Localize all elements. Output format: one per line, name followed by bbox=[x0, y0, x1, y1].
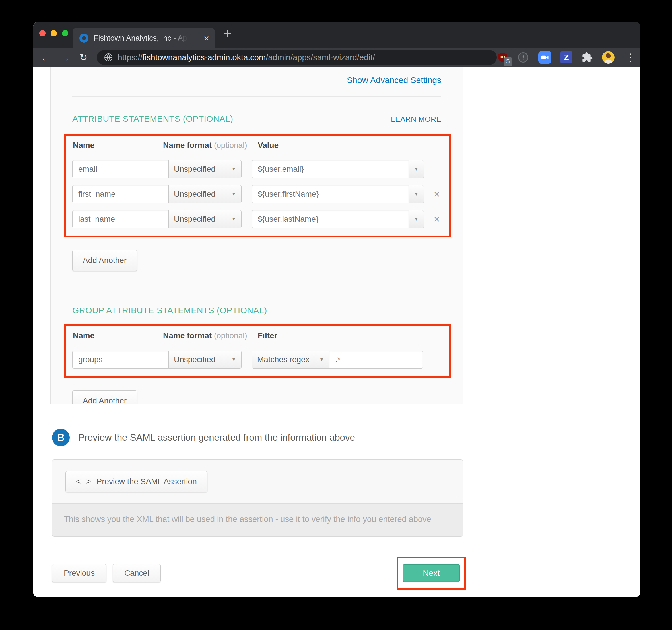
browser-menu-icon[interactable]: ⋮ bbox=[625, 52, 635, 62]
group-attribute-statements-title: GROUP ATTRIBUTE STATEMENTS (OPTIONAL) bbox=[72, 306, 267, 315]
onepassword-extension-icon[interactable] bbox=[517, 51, 529, 64]
zoom-extension-icon[interactable] bbox=[538, 51, 551, 64]
url-text: https://fishtownanalytics-admin.okta.com… bbox=[118, 53, 375, 62]
name-format-select[interactable]: Unspecified ▼ bbox=[168, 160, 242, 178]
chevron-down-icon: ▼ bbox=[231, 216, 236, 222]
filter-type-select[interactable]: Matches regex ▼ bbox=[252, 351, 330, 369]
preview-saml-assertion-button[interactable]: < >Preview the SAML Assertion bbox=[66, 471, 208, 492]
chevron-down-icon: ▼ bbox=[231, 191, 236, 197]
chevron-down-icon: ▼ bbox=[414, 191, 419, 197]
attribute-row-first-name: Unspecified ▼ ▼ × bbox=[72, 185, 449, 203]
attribute-value-input[interactable] bbox=[252, 185, 409, 203]
attribute-name-input[interactable] bbox=[72, 160, 169, 178]
next-button-annotation-box: Next bbox=[397, 557, 466, 589]
preview-saml-box: < >Preview the SAML Assertion This shows… bbox=[52, 459, 463, 537]
code-brackets-icon: < > bbox=[76, 477, 93, 486]
column-header-value: Value bbox=[258, 141, 279, 150]
attribute-value-input[interactable] bbox=[252, 160, 409, 178]
attribute-value-input[interactable] bbox=[252, 210, 409, 228]
chevron-down-icon: ▼ bbox=[231, 166, 236, 172]
tab-close-icon[interactable]: × bbox=[204, 33, 209, 43]
ublock-badge: 5 bbox=[504, 57, 512, 66]
tab-title: Fishtown Analytics, Inc - Applic bbox=[94, 34, 188, 43]
profile-avatar[interactable] bbox=[602, 51, 615, 64]
chevron-down-icon: ▼ bbox=[414, 166, 419, 172]
add-another-group-attribute-button[interactable]: Add Another bbox=[72, 390, 137, 404]
remove-row-icon[interactable]: × bbox=[434, 189, 440, 200]
add-another-attribute-button[interactable]: Add Another bbox=[72, 250, 137, 271]
tab-strip: Fishtown Analytics, Inc - Applic × + bbox=[33, 22, 640, 48]
browser-toolbar: ← → ↻ https://fishtownanalytics-admin.ok… bbox=[33, 48, 640, 67]
attribute-name-input[interactable] bbox=[72, 185, 169, 203]
group-name-input[interactable] bbox=[72, 351, 169, 369]
column-header-name: Name bbox=[73, 141, 94, 150]
step-b-badge: B bbox=[52, 429, 70, 446]
remove-row-icon[interactable]: × bbox=[434, 214, 440, 225]
show-advanced-settings-link[interactable]: Show Advanced Settings bbox=[347, 75, 441, 85]
url-scheme: https:// bbox=[118, 53, 143, 62]
traffic-lights bbox=[39, 30, 68, 36]
column-header-name: Name bbox=[73, 331, 94, 340]
chevron-down-icon: ▼ bbox=[414, 216, 419, 222]
value-dropdown-button[interactable]: ▼ bbox=[409, 185, 424, 203]
reload-icon[interactable]: ↻ bbox=[79, 53, 88, 62]
close-window-button[interactable] bbox=[39, 30, 46, 36]
divider bbox=[72, 291, 441, 292]
wizard-footer: Previous Cancel Next bbox=[52, 557, 640, 597]
group-attribute-statements-annotation-box: Name Name format (optional) Filter Unspe… bbox=[64, 324, 451, 378]
name-format-select[interactable]: Unspecified ▼ bbox=[168, 351, 242, 369]
attribute-statements-annotation-box: Name Name format (optional) Value Unspec… bbox=[64, 134, 451, 237]
browser-window: Fishtown Analytics, Inc - Applic × + ← →… bbox=[33, 22, 640, 597]
minimize-window-button[interactable] bbox=[51, 30, 57, 36]
next-button[interactable]: Next bbox=[403, 564, 460, 582]
name-format-select[interactable]: Unspecified ▼ bbox=[168, 210, 242, 228]
previous-button[interactable]: Previous bbox=[52, 564, 106, 582]
address-bar[interactable]: https://fishtownanalytics-admin.okta.com… bbox=[97, 50, 497, 65]
ublock-extension-icon[interactable]: uO 5 bbox=[497, 52, 508, 63]
attribute-row-last-name: Unspecified ▼ ▼ × bbox=[72, 210, 449, 228]
attribute-row-email: Unspecified ▼ ▼ bbox=[72, 160, 449, 178]
chevron-down-icon: ▼ bbox=[319, 357, 324, 362]
column-header-name-format: Name format (optional) bbox=[163, 141, 247, 150]
filter-value-input[interactable] bbox=[329, 351, 423, 369]
attribute-statements-title: ATTRIBUTE STATEMENTS (OPTIONAL) bbox=[72, 114, 233, 124]
divider bbox=[72, 96, 441, 97]
optional-label: (optional) bbox=[214, 141, 247, 150]
page-content: Show Advanced Settings ATTRIBUTE STATEME… bbox=[33, 67, 640, 597]
browser-tab[interactable]: Fishtown Analytics, Inc - Applic × bbox=[73, 28, 215, 48]
back-icon[interactable]: ← bbox=[41, 52, 51, 62]
extensions-puzzle-icon[interactable] bbox=[581, 52, 593, 63]
preview-footnote: This shows you the XML that will be used… bbox=[52, 503, 463, 536]
group-attribute-row: Unspecified ▼ Matches regex ▼ bbox=[72, 351, 449, 369]
extensions-area: uO 5 Z bbox=[497, 51, 635, 64]
z-extension-icon[interactable]: Z bbox=[560, 51, 572, 64]
forward-icon[interactable]: → bbox=[60, 52, 70, 62]
chevron-down-icon: ▼ bbox=[231, 357, 236, 362]
url-domain: fishtownanalytics-admin.okta.com bbox=[143, 53, 266, 62]
site-info-globe-icon[interactable] bbox=[103, 53, 113, 62]
value-dropdown-button[interactable]: ▼ bbox=[409, 210, 424, 228]
column-header-name-format: Name format (optional) bbox=[163, 331, 247, 340]
cancel-button[interactable]: Cancel bbox=[113, 564, 161, 582]
optional-label: (optional) bbox=[214, 331, 247, 340]
name-format-select[interactable]: Unspecified ▼ bbox=[168, 185, 242, 203]
url-path: /admin/apps/saml-wizard/edit/ bbox=[266, 53, 375, 62]
fullscreen-window-button[interactable] bbox=[62, 30, 68, 36]
okta-favicon-icon bbox=[79, 33, 89, 43]
value-dropdown-button[interactable]: ▼ bbox=[409, 160, 424, 178]
saml-settings-panel: Show Advanced Settings ATTRIBUTE STATEME… bbox=[50, 67, 463, 404]
learn-more-link[interactable]: LEARN MORE bbox=[391, 115, 441, 124]
new-tab-button[interactable]: + bbox=[223, 26, 232, 41]
attribute-name-input[interactable] bbox=[72, 210, 169, 228]
preview-section-title: Preview the SAML assertion generated fro… bbox=[78, 432, 355, 443]
column-header-filter: Filter bbox=[258, 331, 277, 340]
